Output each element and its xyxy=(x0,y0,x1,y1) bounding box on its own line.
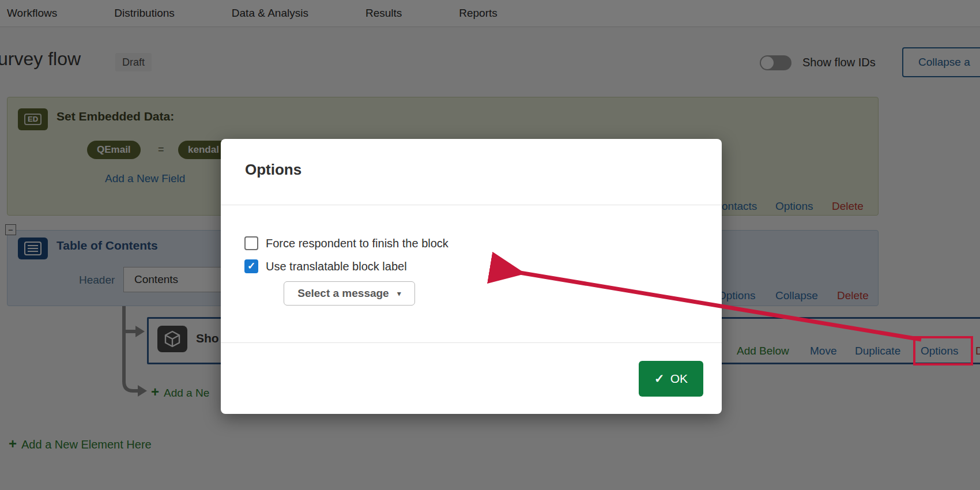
checkbox-row-force-finish: Force respondent to finish the block xyxy=(244,236,448,250)
chevron-down-icon: ▾ xyxy=(397,289,401,298)
translatable-label: Use translatable block label xyxy=(266,260,407,273)
checkbox-row-translatable: ✓ Use translatable block label xyxy=(244,259,407,273)
force-finish-checkbox[interactable] xyxy=(244,236,258,250)
select-message-label: Select a message xyxy=(297,287,389,300)
modal-title: Options xyxy=(245,161,301,179)
force-finish-label: Force respondent to finish the block xyxy=(266,237,448,250)
options-modal: Options Force respondent to finish the b… xyxy=(221,139,722,414)
ok-button-label: OK xyxy=(670,372,688,386)
modal-header-divider xyxy=(221,205,722,205)
select-message-button[interactable]: Select a message ▾ xyxy=(284,281,415,306)
ok-button[interactable]: ✓ OK xyxy=(639,361,703,397)
check-icon: ✓ xyxy=(654,372,665,386)
translatable-checkbox[interactable]: ✓ xyxy=(244,259,258,273)
modal-footer-divider xyxy=(221,342,722,343)
annotation-highlight-box xyxy=(913,336,973,365)
